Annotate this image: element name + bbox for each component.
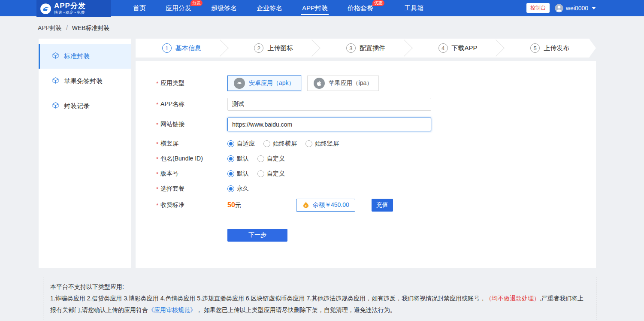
review-spec-link[interactable]: 《应用审核规范》 — [148, 306, 196, 313]
radio-label: 自定义 — [267, 170, 285, 178]
plan-forever-radio[interactable]: 永久 — [227, 185, 249, 193]
packaging-form: * 应用类型 安卓应用（apk） 苹果应用（ipa） * APP名称 * 网站链… — [136, 61, 596, 268]
package-cube-icon — [52, 52, 59, 61]
money-bag-icon: ¥ — [302, 201, 310, 210]
bundle-default-radio[interactable]: 默认 — [227, 155, 249, 163]
bundle-id-row: * 包名(Bundle ID) 默认 自定义 — [156, 155, 596, 163]
fee-price-number: 50 — [227, 201, 235, 209]
bundle-custom-radio[interactable]: 自定义 — [257, 155, 285, 163]
step-label: 基本信息 — [175, 44, 201, 52]
nav-item-enterprise-sign[interactable]: 企业签名 — [252, 0, 287, 16]
breadcrumb: APP封装 / WEB标准封装 — [38, 24, 110, 32]
required-mark: * — [156, 121, 158, 128]
nav-badge: 分发 — [190, 0, 203, 6]
step-configure-plugin[interactable]: 3 配置插件 — [320, 39, 412, 58]
step-download-app[interactable]: 4 下载APP — [412, 39, 504, 58]
logo-text: APP分发 快速~稳定~免费 — [54, 2, 86, 15]
nav-label: 价格套餐 — [348, 4, 373, 12]
radio-icon — [257, 155, 264, 162]
website-url-input[interactable] — [227, 118, 431, 131]
radio-icon — [227, 140, 234, 147]
fee-price: 50元 — [227, 201, 296, 209]
nav-label: 超级签名 — [211, 4, 237, 12]
sidebar-item-standard-package[interactable]: 标准封装 — [39, 44, 131, 69]
notice-text: ， 如果您已上传以上类型应用请尽快删除下架，自觉清理，避免违法行为。 — [196, 306, 396, 313]
field-label: * APP名称 — [156, 100, 227, 108]
breadcrumb-root[interactable]: APP封装 — [38, 24, 62, 31]
nav-item-home[interactable]: 首页 — [129, 0, 150, 16]
main-nav: 首页 应用分发 分发 超级签名 企业签名 APP封装 价格套餐 优惠 工具箱 — [129, 0, 439, 16]
fee-price-unit: 元 — [235, 202, 241, 209]
field-label-text: APP名称 — [160, 100, 184, 108]
notice-no-refund: （均不做退款处理） — [486, 295, 540, 302]
step-label: 上传发布 — [544, 44, 569, 52]
step-label: 下载APP — [452, 44, 478, 52]
nav-item-super-sign[interactable]: 超级签名 — [207, 0, 241, 16]
recharge-button[interactable]: 充值 — [372, 199, 393, 212]
logo-icon — [40, 3, 51, 15]
orientation-portrait-radio[interactable]: 始终竖屏 — [305, 140, 339, 148]
user-menu[interactable]: wei0000 — [555, 0, 596, 16]
ios-app-type-button[interactable]: 苹果应用（ipa） — [307, 76, 379, 91]
console-button[interactable]: 控制台 — [526, 3, 550, 13]
field-label: * 包名(Bundle ID) — [156, 155, 227, 163]
balance-box[interactable]: ¥ 余额￥450.00 — [296, 199, 355, 212]
breadcrumb-current: WEB标准封装 — [72, 24, 110, 31]
nav-label: 企业签名 — [257, 4, 282, 12]
step-label: 配置插件 — [360, 44, 385, 52]
avatar — [555, 4, 563, 12]
next-step-button[interactable]: 下一步 — [227, 229, 287, 242]
policy-notice: 本平台不支持以下类型应用: 1.诈骗类应用 2.借贷类应用 3.博彩类应用 4.… — [43, 277, 596, 320]
step-number: 3 — [346, 43, 356, 53]
android-icon — [234, 78, 245, 89]
nav-label: 工具箱 — [404, 4, 423, 12]
step-upload-icon[interactable]: 2 上传图标 — [228, 39, 320, 58]
field-label-text: 选择套餐 — [160, 185, 184, 193]
sidebar-item-label: 标准封装 — [64, 52, 90, 61]
notice-body: 1.诈骗类应用 2.借贷类应用 3.博彩类应用 4.色情类应用 5.违规直播类应… — [50, 293, 589, 316]
step-arrow-icon — [488, 39, 505, 57]
step-upload-release[interactable]: 5 上传发布 — [504, 39, 596, 58]
logo-title: APP分发 — [54, 2, 86, 10]
nav-item-app-package[interactable]: APP封装 — [298, 0, 332, 16]
sidebar-item-package-records[interactable]: 封装记录 — [39, 94, 131, 118]
orientation-auto-radio[interactable]: 自适应 — [227, 140, 255, 148]
chevron-down-icon — [592, 7, 596, 9]
step-number: 2 — [254, 43, 263, 53]
sidebar-item-apple-nosign-package[interactable]: 苹果免签封装 — [39, 69, 131, 94]
radio-label: 默认 — [237, 155, 249, 163]
step-basic-info[interactable]: 1 基本信息 — [136, 39, 228, 58]
field-label: * 版本号 — [156, 170, 227, 178]
field-label: * 应用类型 — [156, 79, 227, 87]
required-mark: * — [156, 101, 158, 108]
version-custom-radio[interactable]: 自定义 — [257, 170, 285, 178]
top-navbar: APP分发 快速~稳定~免费 首页 应用分发 分发 超级签名 企业签名 APP封… — [0, 0, 644, 16]
nav-item-distribution[interactable]: 应用分发 分发 — [161, 0, 196, 16]
required-mark: * — [156, 156, 158, 162]
version-default-radio[interactable]: 默认 — [227, 170, 249, 178]
android-app-type-label: 安卓应用（apk） — [249, 79, 295, 87]
sidebar-item-label: 苹果免签封装 — [64, 77, 103, 85]
nav-item-toolbox[interactable]: 工具箱 — [400, 0, 428, 16]
orientation-landscape-radio[interactable]: 始终横屏 — [263, 140, 297, 148]
radio-icon — [227, 170, 234, 177]
fee-row: * 收费标准 50元 ¥ 余额￥450.00 充值 — [156, 199, 596, 212]
step-arrow-icon — [396, 39, 413, 57]
package-cube-icon — [52, 77, 59, 85]
app-name-input[interactable] — [227, 98, 431, 111]
sidebar-item-label: 封装记录 — [64, 102, 90, 110]
apple-icon — [314, 78, 325, 89]
logo[interactable]: APP分发 快速~稳定~免费 — [36, 0, 111, 17]
app-type-row: * 应用类型 安卓应用（apk） 苹果应用（ipa） — [156, 76, 596, 91]
nav-item-pricing[interactable]: 价格套餐 优惠 — [343, 0, 378, 16]
ios-app-type-label: 苹果应用（ipa） — [329, 79, 373, 87]
field-label-text: 包名(Bundle ID) — [160, 155, 203, 163]
radio-icon — [257, 170, 264, 177]
package-cube-icon — [52, 102, 59, 110]
app-name-row: * APP名称 — [156, 98, 596, 111]
radio-label: 始终竖屏 — [315, 140, 339, 148]
android-app-type-button[interactable]: 安卓应用（apk） — [227, 76, 301, 91]
nav-badge: 优惠 — [372, 0, 384, 6]
field-label: * 收费标准 — [156, 201, 227, 209]
step-number: 5 — [530, 43, 540, 53]
